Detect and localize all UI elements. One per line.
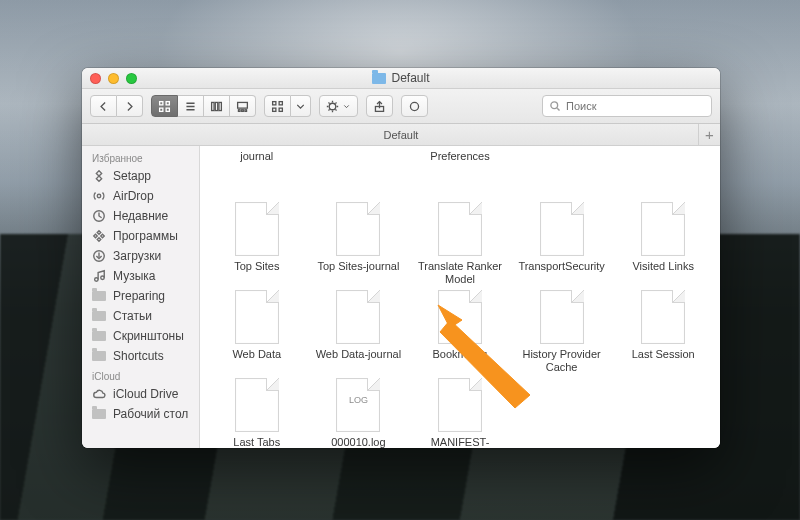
sidebar-item-music[interactable]: Музыка: [82, 266, 199, 286]
svg-line-25: [328, 109, 329, 110]
file-label: Translate Ranker Model: [414, 260, 506, 286]
folder-icon: [92, 351, 106, 361]
sidebar-item-downloads[interactable]: Загрузки: [82, 246, 199, 266]
file-item[interactable]: Bookmarks: [409, 288, 511, 376]
sidebar-item-recents[interactable]: Недавние: [82, 206, 199, 226]
file-item[interactable]: Translate Ranker Model: [409, 200, 511, 288]
file-item: [308, 150, 410, 184]
sidebar-section-favorites: Избранное: [82, 148, 199, 166]
sidebar-item-label: Setapp: [113, 169, 151, 183]
download-icon: [92, 249, 106, 263]
sidebar-item-preparing[interactable]: Preparing: [82, 286, 199, 306]
view-gallery-button[interactable]: [230, 95, 256, 117]
new-tab-button[interactable]: +: [698, 124, 720, 145]
sidebar-item-label: Загрузки: [113, 249, 161, 263]
file-grid: journalPreferences Top SitesTop Sites-jo…: [200, 146, 720, 448]
forward-button[interactable]: [117, 95, 143, 117]
music-icon: [92, 269, 106, 283]
sidebar-item-applications[interactable]: Программы: [82, 226, 199, 246]
file-item[interactable]: LOG000010.log: [308, 376, 410, 448]
tab-label[interactable]: Default: [384, 129, 419, 141]
file-label: Top Sites: [234, 260, 279, 273]
zoom-button[interactable]: [126, 73, 137, 84]
file-item[interactable]: Web Data-journal: [308, 288, 410, 376]
back-button[interactable]: [90, 95, 117, 117]
clock-icon: [92, 209, 106, 223]
chevron-right-icon: [123, 100, 136, 113]
document-icon: [336, 202, 380, 256]
document-icon: [438, 290, 482, 344]
view-icons-button[interactable]: [151, 95, 178, 117]
sidebar-item-articles[interactable]: Статьи: [82, 306, 199, 326]
svg-rect-8: [215, 102, 217, 110]
file-label: Bookmarks: [432, 348, 487, 361]
document-icon: [438, 202, 482, 256]
sidebar-item-label: Скринштоны: [113, 329, 184, 343]
svg-rect-17: [279, 108, 282, 111]
search-input[interactable]: [566, 100, 705, 112]
sidebar-item-airdrop[interactable]: AirDrop: [82, 186, 199, 206]
view-columns-button[interactable]: [204, 95, 230, 117]
folder-icon: [92, 409, 106, 419]
svg-rect-16: [273, 108, 276, 111]
file-item[interactable]: journal: [206, 150, 308, 184]
file-badge: LOG: [337, 395, 379, 405]
arrange-icon: [271, 100, 284, 113]
svg-rect-1: [166, 101, 169, 104]
folder-icon: [92, 291, 106, 301]
svg-rect-7: [212, 102, 214, 110]
document-icon: [235, 290, 279, 344]
document-icon: LOG: [336, 378, 380, 432]
sidebar-item-screenshots[interactable]: Скринштоны: [82, 326, 199, 346]
file-item[interactable]: Top Sites-journal: [308, 200, 410, 288]
titlebar: Default: [82, 68, 720, 89]
svg-rect-2: [160, 108, 163, 111]
arrange-menu-button[interactable]: [291, 95, 311, 117]
minimize-button[interactable]: [108, 73, 119, 84]
share-button[interactable]: [366, 95, 393, 117]
document-icon: [336, 290, 380, 344]
search-field[interactable]: [542, 95, 712, 117]
sidebar-item-setapp[interactable]: Setapp: [82, 166, 199, 186]
file-item: [612, 150, 714, 184]
file-item[interactable]: Last Session: [612, 288, 714, 376]
document-icon: [235, 202, 279, 256]
file-item[interactable]: History Provider Cache: [511, 288, 613, 376]
sidebar-item-shortcuts[interactable]: Shortcuts: [82, 346, 199, 366]
sidebar-item-label: Музыка: [113, 269, 155, 283]
tag-icon: [408, 100, 421, 113]
file-item[interactable]: Web Data: [206, 288, 308, 376]
file-label: 000010.log: [331, 436, 385, 448]
file-item[interactable]: Visited Links: [612, 200, 714, 288]
svg-rect-9: [219, 102, 221, 110]
file-item[interactable]: Preferences: [409, 150, 511, 184]
list-icon: [184, 100, 197, 113]
svg-line-23: [328, 102, 329, 103]
view-list-button[interactable]: [178, 95, 204, 117]
svg-rect-13: [245, 109, 247, 111]
svg-rect-11: [238, 109, 240, 111]
tags-button[interactable]: [401, 95, 428, 117]
action-menu-button[interactable]: [319, 95, 358, 117]
chevron-down-icon: [294, 100, 307, 113]
view-switcher: [151, 95, 256, 117]
gear-icon: [326, 100, 339, 113]
sidebar-item-icloud-drive[interactable]: iCloud Drive: [82, 384, 199, 404]
close-button[interactable]: [90, 73, 101, 84]
sidebar-item-desktop[interactable]: Рабочий стол: [82, 404, 199, 424]
tab-bar: Default +: [82, 124, 720, 146]
svg-line-26: [335, 102, 336, 103]
document-icon: [438, 378, 482, 432]
file-label: Last Tabs: [233, 436, 280, 448]
file-item[interactable]: Top Sites: [206, 200, 308, 288]
arrange-button[interactable]: [264, 95, 291, 117]
document-icon: [540, 290, 584, 344]
cloud-icon: [92, 387, 106, 401]
file-label: journal: [240, 150, 273, 163]
file-label: Last Session: [632, 348, 695, 361]
file-label: Web Data: [232, 348, 281, 361]
file-item[interactable]: Last Tabs: [206, 376, 308, 448]
file-item[interactable]: TransportSecurity: [511, 200, 613, 288]
file-item[interactable]: MANIFEST-000009: [409, 376, 511, 448]
sidebar-item-label: Программы: [113, 229, 178, 243]
